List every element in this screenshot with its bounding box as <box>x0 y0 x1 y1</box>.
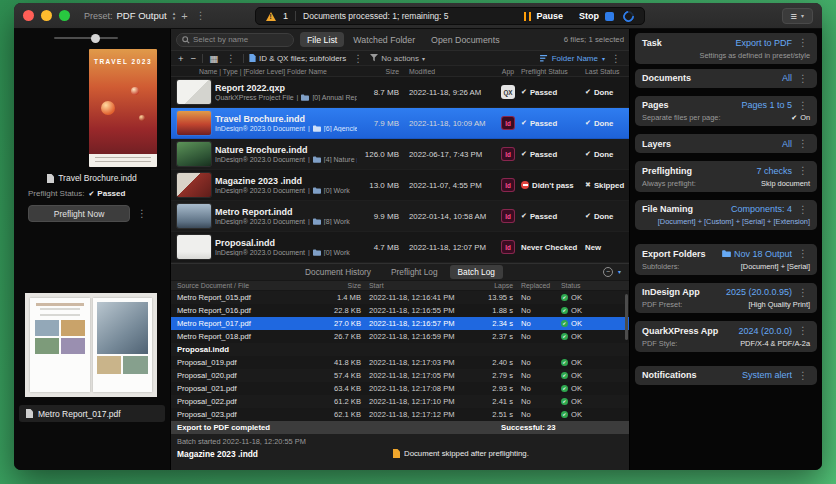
file-row[interactable]: Metro Report.indd InDesign® 2023.0 Docum… <box>171 201 629 232</box>
output-preview-spread[interactable] <box>25 293 157 397</box>
tab-file-list[interactable]: File List <box>300 32 344 47</box>
header-modified[interactable]: Modified <box>409 68 495 75</box>
pages-menu-icon[interactable]: ⋮ <box>796 100 810 111</box>
ok-status-icon: ✔ <box>561 372 568 379</box>
view-grid-button[interactable]: ▦ <box>208 53 219 64</box>
zoom-window-button[interactable] <box>59 10 70 21</box>
skipped-doc-icon <box>393 449 400 458</box>
pages-value[interactable]: Pages 1 to 5 <box>741 100 792 110</box>
ok-status-icon: ✔ <box>561 294 568 301</box>
header-last[interactable]: Last Status <box>585 68 629 75</box>
chevron-down-icon[interactable]: ▾ <box>618 268 621 275</box>
remove-file-button[interactable]: − <box>190 53 198 64</box>
log-row-selected[interactable]: Metro Report_017.pdf 27.0 KB 2022-11-18,… <box>171 317 629 330</box>
log-row[interactable]: Proposal_021.pdf 63.4 KB 2022-11-18, 12:… <box>171 382 629 395</box>
stop-button[interactable]: Stop <box>579 11 599 21</box>
filter-menu-icon[interactable]: ⋮ <box>351 53 365 64</box>
file-row[interactable]: Report 2022.qxp QuarkXPress Project File… <box>171 77 629 108</box>
documents-value[interactable]: All <box>782 73 792 83</box>
add-file-button[interactable]: + <box>177 53 185 64</box>
log-row[interactable]: Proposal_023.pdf 62.1 KB 2022-11-18, 12:… <box>171 408 629 421</box>
tab-watched-folder[interactable]: Watched Folder <box>346 32 422 47</box>
file-naming-note: [Document] + [Custom] + [Serial] + [Exte… <box>642 217 810 226</box>
log-row[interactable]: Proposal_020.pdf 57.4 KB 2022-11-18, 12:… <box>171 369 629 382</box>
quarkxpress-app-menu-icon[interactable]: ⋮ <box>796 325 810 336</box>
file-row-selected[interactable]: Travel Brochure.indd InDesign® 2023.0 Do… <box>171 108 629 139</box>
file-thumbnail <box>177 204 211 228</box>
preset-menu-icon[interactable]: ⋮ <box>194 10 208 21</box>
main-menu-button[interactable]: ≡ ▾ <box>782 8 813 24</box>
preset-updown-icon[interactable]: ▴ ▾ <box>173 11 176 20</box>
slider-knob[interactable] <box>91 34 100 43</box>
tab-document-history[interactable]: Document History <box>297 265 379 279</box>
tab-batch-log[interactable]: Batch Log <box>450 265 503 279</box>
processing-status-text: Documents processed: 1; remaining: 5 <box>303 11 449 21</box>
log-row[interactable]: Metro Report_018.pdf 26.7 KB 2022-11-18,… <box>171 330 629 343</box>
header-preflight[interactable]: Preflight Status <box>521 68 585 75</box>
warning-icon <box>266 12 276 21</box>
export-folders-value[interactable]: Nov 18 Output <box>722 249 792 259</box>
folder-icon <box>313 125 321 132</box>
file-thumbnail <box>177 235 211 259</box>
log-row[interactable]: Proposal_022.pdf 61.2 KB 2022-11-18, 12:… <box>171 395 629 408</box>
log-group-row[interactable]: Proposal.indd <box>171 343 629 356</box>
preflight-menu-icon[interactable]: ⋮ <box>135 208 149 219</box>
skipped-document-row[interactable]: Magazine 2023 .indd Document skipped aft… <box>171 447 629 462</box>
warning-count[interactable]: 1 <box>283 11 288 21</box>
export-folders-menu-icon[interactable]: ⋮ <box>796 248 810 259</box>
tab-open-documents[interactable]: Open Documents <box>424 32 506 47</box>
view-menu-icon[interactable]: ⋮ <box>224 53 238 64</box>
search-field[interactable] <box>176 33 294 47</box>
header-name[interactable]: Name | Type | [Folder Level] Folder Name <box>171 68 357 75</box>
preflighting-value[interactable]: 7 checks <box>756 166 792 176</box>
folder-icon <box>313 218 321 225</box>
output-file-label[interactable]: Metro Report_017.pdf <box>19 405 165 422</box>
actions-dropdown[interactable]: No actions ▾ <box>370 54 425 63</box>
documents-menu-icon[interactable]: ⋮ <box>796 73 810 84</box>
folder-icon <box>313 249 321 256</box>
desktop-background: { "titlebar": { "preset_label": "Preset:… <box>0 0 836 484</box>
task-value[interactable]: Export to PDF <box>735 38 792 48</box>
preset-select[interactable]: PDF Output <box>117 10 167 21</box>
files-summary: 6 files; 1 selected <box>564 35 624 44</box>
layers-menu-icon[interactable]: ⋮ <box>796 138 810 149</box>
notifications-menu-icon[interactable]: ⋮ <box>796 370 810 381</box>
file-naming-menu-icon[interactable]: ⋮ <box>796 204 810 215</box>
preflighting-menu-icon[interactable]: ⋮ <box>796 165 810 176</box>
notifications-value[interactable]: System alert <box>742 370 792 380</box>
thumbnail-size-slider[interactable] <box>54 37 118 39</box>
header-app[interactable]: App <box>495 68 521 75</box>
pause-button[interactable]: Pause <box>536 11 563 21</box>
quarkxpress-app-value[interactable]: 2024 (20.0.0) <box>738 326 792 336</box>
collapse-log-icon[interactable]: − <box>603 267 613 277</box>
ok-status-icon: ✔ <box>561 411 568 418</box>
file-row[interactable]: Magazine 2023 .indd InDesign® 2023.0 Doc… <box>171 170 629 201</box>
indesign-app-value[interactable]: 2025 (20.0.0.95) <box>726 287 792 297</box>
file-naming-value[interactable]: Components: 4 <box>731 204 792 214</box>
add-preset-button[interactable]: + <box>179 10 189 22</box>
stop-icon[interactable] <box>605 12 614 21</box>
minimize-window-button[interactable] <box>41 10 52 21</box>
document-preview-cover[interactable]: TRAVEL 2023 <box>89 49 157 167</box>
indesign-app-menu-icon[interactable]: ⋮ <box>796 287 810 298</box>
search-input[interactable] <box>193 35 288 44</box>
log-row[interactable]: Metro Report_015.pdf 1.4 MB 2022-11-18, … <box>171 291 629 304</box>
header-size[interactable]: Size <box>357 68 409 75</box>
task-menu-icon[interactable]: ⋮ <box>796 37 810 48</box>
preflight-now-button[interactable]: Preflight Now <box>28 205 130 222</box>
file-row[interactable]: Nature Brochure.indd InDesign® 2023.0 Do… <box>171 139 629 170</box>
log-row[interactable]: Proposal_019.pdf 41.8 KB 2022-11-18, 12:… <box>171 356 629 369</box>
panel-pages: Pages Pages 1 to 5 ⋮ Separate files per … <box>635 96 817 127</box>
file-type-filter-toggle[interactable]: ID & QX files; subfolders <box>249 54 346 63</box>
tab-preflight-log[interactable]: Preflight Log <box>383 265 446 279</box>
sort-menu-icon[interactable]: ⋮ <box>609 53 623 64</box>
log-row[interactable]: Metro Report_016.pdf 22.8 KB 2022-11-18,… <box>171 304 629 317</box>
log-scrollbar[interactable] <box>625 294 628 340</box>
pause-icon <box>524 12 531 21</box>
file-row[interactable]: Proposal.indd InDesign® 2023.0 Document … <box>171 232 629 263</box>
preflight-status: Preflight Status: ✔ Passed <box>28 189 125 198</box>
close-window-button[interactable] <box>23 10 34 21</box>
layers-value[interactable]: All <box>782 139 792 149</box>
batch-started-line: Batch started 2022-11-18, 12:20:55 PM <box>171 434 629 447</box>
sort-dropdown[interactable]: Folder Name <box>552 54 598 63</box>
